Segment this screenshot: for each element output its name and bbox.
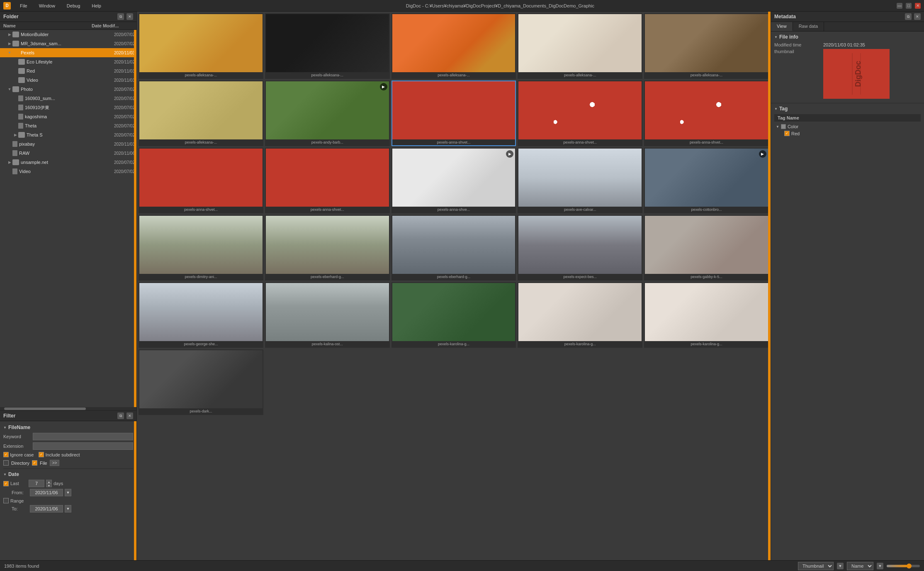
last-value-input[interactable] xyxy=(29,480,44,487)
to-date-input[interactable] xyxy=(30,505,63,512)
tree-item[interactable]: RAW 2020/11/06 xyxy=(0,149,136,158)
to-date-dropdown[interactable]: ▼ xyxy=(65,505,71,512)
thumb-item[interactable]: ▶ pexels-anna-shve... xyxy=(391,148,516,213)
thumb-item-selected[interactable]: pexels-anna-shvet... xyxy=(391,81,516,146)
thumb-item[interactable]: pexels-eberhard-g... xyxy=(265,215,390,281)
include-subdirect-checkbox[interactable]: ✓ Include subdirect xyxy=(39,452,80,457)
thumb-item[interactable]: pexels-alleksana-... xyxy=(518,13,642,79)
menu-file[interactable]: File xyxy=(17,2,30,9)
thumb-item[interactable]: pexels-eberhard-g... xyxy=(391,215,516,281)
filter-panel-close[interactable]: ✕ xyxy=(126,412,133,419)
tree-item[interactable]: ▶ MR_3dsmax_sam... 2020/07/02 xyxy=(0,39,136,48)
thumb-img xyxy=(266,216,389,274)
folder-icon xyxy=(18,68,25,74)
tree-item[interactable]: ▶ MotionBuilder 2020/07/02 xyxy=(0,30,136,39)
thumb-item[interactable]: pexels-alleksana-... xyxy=(644,13,769,79)
thumbnail-dropdown-btn[interactable]: ▼ xyxy=(837,563,844,569)
expand-arrow: ▶ xyxy=(12,133,18,137)
filename-section[interactable]: ▼ FileName xyxy=(3,425,133,430)
tree-item[interactable]: ▼ Photo 2020/07/02 xyxy=(0,85,136,94)
thumb-item[interactable]: pexels-karolina-g... xyxy=(391,282,516,348)
thumbnail-type-select[interactable]: Thumbnail xyxy=(798,562,834,570)
expand-arrow: ▼ xyxy=(7,51,12,55)
menu-help[interactable]: Help xyxy=(89,2,104,9)
size-slider[interactable] xyxy=(887,565,920,567)
more-filters-button[interactable]: >> xyxy=(50,460,60,466)
folder-panel-close[interactable]: ✕ xyxy=(126,13,133,20)
ignore-case-checkbox[interactable]: ✓ Ignore case xyxy=(3,452,34,457)
thumb-item[interactable]: pexels-anna-shvet... xyxy=(644,81,769,146)
tree-item[interactable]: Eco Lifestyle 2020/11/02 xyxy=(0,57,136,66)
tree-item[interactable]: 160903_sum... 2020/07/02 xyxy=(0,94,136,103)
slider-thumb[interactable] xyxy=(907,564,912,569)
metadata-panel-close[interactable]: ✕ xyxy=(914,13,921,20)
thumb-item[interactable]: ▶ pexels-cottonbro... xyxy=(644,148,769,213)
date-section[interactable]: ▼ Date xyxy=(3,471,133,477)
extension-input[interactable] xyxy=(33,442,133,450)
range-checkbox[interactable] xyxy=(3,498,9,503)
thumb-item[interactable]: pexels-anna-shvet... xyxy=(139,148,263,213)
thumb-item[interactable]: pexels-expect-bes... xyxy=(518,215,642,281)
tree-item-pexels[interactable]: ▼ Pexels 2020/11/03 xyxy=(0,48,136,57)
spin-down[interactable]: ▼ xyxy=(46,483,52,487)
close-button[interactable]: ✕ xyxy=(915,3,921,9)
tree-item[interactable]: Red 2020/11/03 xyxy=(0,66,136,76)
thumb-item[interactable]: pexels-anna-shvet... xyxy=(518,81,642,146)
thumb-item[interactable]: pexels-kalina-ost... xyxy=(265,282,390,348)
thumb-item[interactable]: pexels-dark... xyxy=(139,349,263,415)
tab-raw-data[interactable]: Raw data xyxy=(793,22,824,31)
tag-section-header[interactable]: ▼ Tag xyxy=(774,106,921,112)
menu-debug[interactable]: Debug xyxy=(64,2,83,9)
status-bar: 1983 items found Thumbnail ▼ Name ▼ xyxy=(0,560,924,571)
keyword-input[interactable] xyxy=(33,433,133,440)
thumb-item[interactable]: pexels-george-she... xyxy=(139,282,263,348)
folder-tree[interactable]: ▶ MotionBuilder 2020/07/02 ▶ MR_3dsmax_s… xyxy=(0,30,136,407)
tree-item[interactable]: Video 2020/11/03 xyxy=(0,76,136,85)
thumb-item[interactable]: pexels-alleksana-... xyxy=(391,13,516,79)
tab-view[interactable]: View xyxy=(771,22,793,31)
tree-item[interactable]: Video 2020/07/02 xyxy=(0,167,136,176)
tree-item-name: 160910伊東 xyxy=(25,105,106,111)
tag-red-item[interactable]: ✓ Red xyxy=(774,130,921,137)
directory-cb-icon xyxy=(3,460,9,466)
thumb-item[interactable]: pexels-karolina-g... xyxy=(644,282,769,348)
h-scroll-thumb[interactable] xyxy=(4,408,86,410)
thumb-item[interactable]: pexels-dimitry-ani... xyxy=(139,215,263,281)
thumb-item[interactable]: pexels-ave-calvar... xyxy=(518,148,642,213)
folder-panel-float[interactable]: ⧉ xyxy=(117,13,124,20)
tree-item-name: MotionBuilder xyxy=(21,32,106,37)
thumb-item[interactable]: pexels-anna-shvet... xyxy=(265,148,390,213)
thumb-item[interactable]: pexels-gabby-k-5... xyxy=(644,215,769,281)
menu-window[interactable]: Window xyxy=(36,2,58,9)
thumbnail-grid[interactable]: pexels-alleksana-... pexels-alleksana-..… xyxy=(137,12,771,560)
metadata-panel-float[interactable]: ⧉ xyxy=(905,13,912,20)
thumb-item[interactable]: ▶ pexels-andy-barb... xyxy=(265,81,390,146)
horizontal-scrollbar[interactable] xyxy=(0,407,136,410)
tree-item[interactable]: kagoshima 2020/07/02 xyxy=(0,112,136,121)
tree-item[interactable]: ▶ Theta S 2020/07/02 xyxy=(0,130,136,139)
file-info-header[interactable]: ▼ File info xyxy=(774,34,921,40)
thumb-img xyxy=(139,216,263,274)
thumb-item[interactable]: pexels-alleksana-... xyxy=(139,81,263,146)
tree-item[interactable]: 160910伊東 2020/07/02 xyxy=(0,103,136,112)
tree-item[interactable]: pixabay 2020/11/03 xyxy=(0,139,136,149)
thumb-item[interactable]: pexels-karolina-g... xyxy=(518,282,642,348)
sort-dropdown-btn[interactable]: ▼ xyxy=(877,563,883,569)
last-checkbox[interactable]: ✓ xyxy=(3,481,9,486)
from-date-dropdown[interactable]: ▼ xyxy=(65,489,71,496)
thumb-label: pexels-eberhard-g... xyxy=(392,274,515,280)
tag-red-cb[interactable]: ✓ xyxy=(784,131,790,136)
maximize-button[interactable]: □ xyxy=(906,3,912,9)
last-spinner[interactable]: ▲ ▼ xyxy=(46,480,52,487)
minimize-button[interactable]: — xyxy=(897,3,902,9)
tree-item[interactable]: ▶ unsample.net 2020/07/02 xyxy=(0,158,136,167)
sort-select[interactable]: Name xyxy=(847,562,873,570)
tag-color-item[interactable]: ▼ Color xyxy=(774,123,921,130)
thumb-item[interactable]: pexels-alleksana-... xyxy=(265,13,390,79)
slider-fill xyxy=(887,565,907,567)
from-date-input[interactable] xyxy=(30,489,63,496)
filter-panel-float[interactable]: ⧉ xyxy=(117,412,124,419)
thumb-item[interactable]: pexels-alleksana-... xyxy=(139,13,263,79)
spin-up[interactable]: ▲ xyxy=(46,480,52,483)
tree-item[interactable]: Theta 2020/07/02 xyxy=(0,121,136,130)
